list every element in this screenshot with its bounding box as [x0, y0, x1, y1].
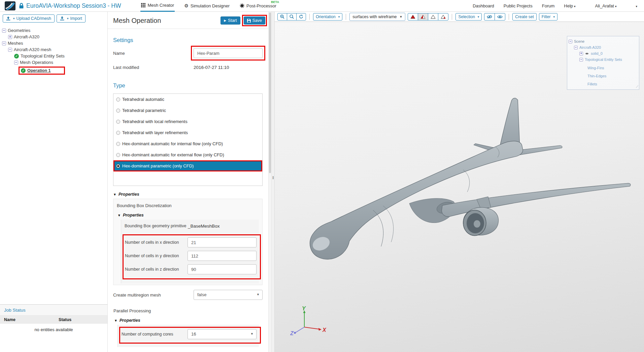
radio-selected-icon[interactable] — [116, 164, 120, 168]
chevron-down-icon: ▾ — [553, 15, 555, 18]
import-icon — [60, 16, 64, 21]
type-option-tet-parametric[interactable]: Tetrahedral parametric — [113, 105, 262, 116]
start-button[interactable]: ▶ Start — [221, 16, 240, 25]
create-set-button[interactable]: Create set — [512, 13, 536, 21]
filter-dropdown[interactable]: Filter ▾ — [539, 13, 557, 21]
show-selected-button[interactable] — [495, 13, 505, 21]
type-option-hex-internal[interactable]: Hex-dominant automatic for internal flow… — [113, 138, 262, 149]
tree-item-aircraft-mesh[interactable]: − Aircraft-A320 mesh — [2, 46, 105, 53]
cells-z-input[interactable] — [188, 264, 257, 274]
type-option-hex-parametric-selected[interactable]: Hex-dominant parametric (only CFD) — [113, 160, 262, 171]
radio-icon[interactable] — [116, 142, 120, 146]
triangle-down-icon: ▼ — [114, 319, 117, 322]
collapse-icon[interactable]: − — [574, 46, 578, 49]
face-normal-solid-button[interactable] — [408, 13, 418, 21]
chevron-down-icon: ▼ — [257, 293, 260, 296]
scrollbar-thumb[interactable] — [269, 12, 271, 173]
tab-simulation-designer[interactable]: ⚙ Simulation Designer — [183, 0, 230, 12]
extra-menu[interactable]: ▾ — [635, 3, 637, 8]
tree-item-meshes[interactable]: − Meshes — [2, 40, 105, 46]
tree-item-geometries[interactable]: − Geometries — [2, 27, 105, 34]
primitive-row: Bounding Box geometry primitive _BaseMes… — [125, 221, 259, 231]
zoom-in-button[interactable] — [277, 13, 287, 21]
upload-cad-button[interactable]: ▾ Upload CAD/mesh — [3, 14, 55, 23]
bounding-box-group: Bounding Box Discretization ▼ Properties… — [113, 199, 263, 285]
type-option-hex-external[interactable]: Hex-dominant automatic for external flow… — [113, 149, 262, 160]
radio-icon[interactable] — [116, 153, 120, 157]
properties-toggle[interactable]: ▼ Properties — [114, 318, 259, 323]
tab-label: Mesh Creator — [147, 3, 174, 8]
collapse-icon[interactable]: − — [2, 41, 6, 45]
axis-y-label: Y — [302, 306, 306, 311]
separator — [309, 14, 310, 20]
cores-select[interactable]: 16 ▼ — [188, 329, 257, 339]
name-input[interactable] — [194, 48, 263, 58]
expand-icon[interactable]: + — [579, 52, 583, 55]
collapse-icon[interactable]: − — [8, 48, 12, 52]
type-option-tet-local-refinements[interactable]: Tetrahedral with local refinements — [113, 116, 262, 127]
scene-node-solid0[interactable]: + solid_0 — [569, 50, 638, 56]
column-status: Status — [59, 317, 71, 322]
tree-item-mesh-operations[interactable]: − Mesh Operations — [2, 59, 105, 66]
zoom-window-button[interactable] — [287, 13, 297, 21]
collapse-icon[interactable]: − — [2, 29, 6, 33]
render-canvas[interactable]: − Scene − Aircraft-A320 + solid_0 − Topo… — [275, 22, 644, 352]
eye-icon — [497, 15, 503, 19]
scene-node-root[interactable]: − Scene — [569, 38, 638, 44]
type-option-tet-layer-refinements[interactable]: Tetrahedral with layer refinements — [113, 127, 262, 138]
cells-y-input[interactable] — [188, 251, 257, 261]
scene-node-fillets[interactable]: Fillets — [569, 81, 638, 87]
collapse-icon[interactable]: − — [579, 58, 583, 62]
user-menu[interactable]: Ali_Arafat▾ — [595, 3, 617, 8]
scene-node-aircraft[interactable]: − Aircraft-A320 — [569, 44, 638, 50]
tree-item-aircraft-a320[interactable]: + Aircraft-A320 — [2, 34, 105, 40]
group-title: Parallel Processing — [113, 307, 259, 316]
panel-title: Mesh Operation — [113, 17, 161, 25]
properties-toggle[interactable]: ▼ Properties — [117, 213, 259, 218]
tab-mesh-creator[interactable]: Mesh Creator — [140, 0, 175, 12]
tree-item-operation-1[interactable]: ✓ Operation 1 — [2, 66, 105, 76]
scene-node-topo-sets[interactable]: − Topological Entity Sets — [569, 56, 638, 63]
radio-icon[interactable] — [116, 120, 120, 124]
axis-triad: Y X Z — [290, 306, 327, 339]
radio-icon[interactable] — [116, 131, 120, 135]
expand-icon[interactable]: + — [8, 35, 12, 39]
cells-x-input[interactable] — [188, 237, 257, 247]
chevron-down-icon: ▼ — [400, 15, 403, 18]
face-outline-marked-button[interactable] — [438, 13, 448, 21]
tree-item-topological-entity-sets[interactable]: ✓ Topological Entity Sets — [2, 53, 105, 59]
panel-resize-divider[interactable]: ∥ — [272, 12, 275, 352]
play-icon: ▶ — [224, 19, 226, 22]
nav-help-menu[interactable]: Help▾ — [564, 3, 575, 8]
reset-view-button[interactable] — [296, 13, 306, 21]
resize-handle-icon[interactable]: ⟋ — [636, 85, 638, 89]
selection-dropdown[interactable]: Selection ▾ — [455, 13, 482, 21]
radio-icon[interactable] — [116, 109, 120, 113]
eye-icon[interactable] — [585, 52, 589, 55]
save-button[interactable]: Save — [244, 16, 266, 25]
face-outline-button[interactable] — [428, 13, 438, 21]
properties-toggle[interactable]: ▼ Properties — [113, 192, 263, 197]
separator — [346, 14, 346, 20]
tab-post-processor[interactable]: BETA Post-Processor — [239, 0, 277, 12]
scene-node-wing-fins[interactable]: Wing-Fins — [569, 65, 638, 71]
multiregion-select[interactable]: false ▼ — [194, 290, 263, 300]
orientation-dropdown[interactable]: Orientation ▾ — [313, 13, 342, 21]
hide-selected-button[interactable] — [484, 13, 495, 21]
nav-forum[interactable]: Forum — [542, 3, 555, 8]
import-button[interactable]: ▾ Import — [57, 14, 86, 23]
tab-label: Simulation Designer — [191, 3, 230, 8]
radio-icon[interactable] — [116, 97, 120, 102]
success-check-icon: ✓ — [14, 54, 19, 58]
triangle-down-icon: ▼ — [113, 193, 116, 196]
primitive-label: Bounding Box geometry primitive — [125, 224, 188, 228]
face-normal-mixed-button[interactable] — [418, 13, 428, 21]
nav-dashboard[interactable]: Dashboard — [473, 3, 494, 8]
nav-public-projects[interactable]: Public Projects — [504, 3, 533, 8]
scene-node-thin-edges[interactable]: Thin-Edges — [569, 73, 638, 79]
collapse-icon[interactable]: − — [14, 61, 18, 65]
type-option-tet-automatic[interactable]: Tetrahedral automatic — [113, 94, 262, 105]
collapse-icon[interactable]: − — [569, 40, 572, 43]
cells-z-row: Number of cells in z direction — [125, 264, 259, 274]
render-mode-select[interactable]: surfaces with wireframe ▼ — [349, 13, 405, 21]
